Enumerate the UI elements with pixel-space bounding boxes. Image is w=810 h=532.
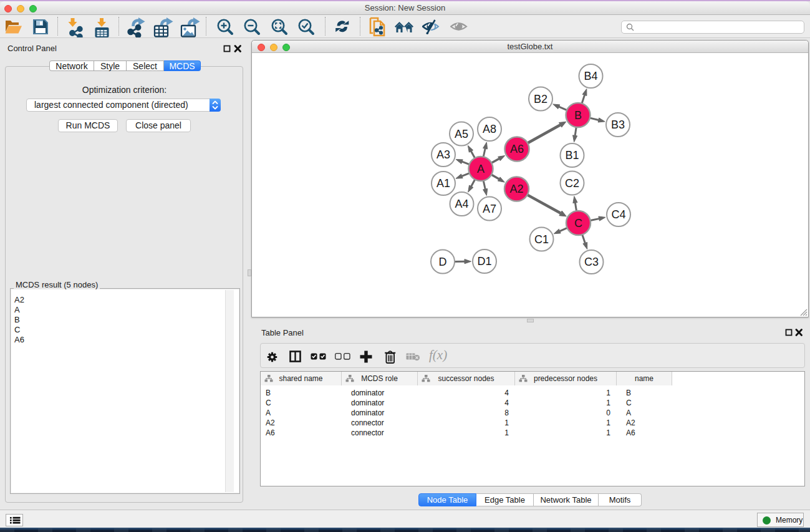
- svg-text:A: A: [477, 162, 485, 175]
- svg-text:A7: A7: [483, 202, 496, 215]
- svg-text:D: D: [439, 255, 447, 268]
- svg-text:D1: D1: [477, 255, 491, 268]
- svg-text:A1: A1: [436, 177, 450, 190]
- svg-text:B2: B2: [534, 92, 547, 105]
- svg-text:A6: A6: [510, 143, 524, 155]
- svg-text:C: C: [574, 216, 582, 229]
- svg-text:A5: A5: [455, 127, 468, 140]
- svg-text:C1: C1: [534, 233, 549, 245]
- svg-text:B1: B1: [565, 149, 579, 162]
- svg-text:B3: B3: [611, 118, 625, 131]
- svg-text:B: B: [574, 109, 582, 121]
- svg-text:B4: B4: [584, 70, 597, 82]
- svg-text:A2: A2: [509, 183, 523, 195]
- svg-text:C4: C4: [611, 208, 625, 221]
- svg-text:A8: A8: [483, 123, 496, 135]
- svg-text:A4: A4: [455, 198, 468, 210]
- svg-text:C2: C2: [565, 177, 579, 189]
- svg-text:A3: A3: [436, 148, 450, 161]
- svg-text:C3: C3: [584, 256, 599, 268]
